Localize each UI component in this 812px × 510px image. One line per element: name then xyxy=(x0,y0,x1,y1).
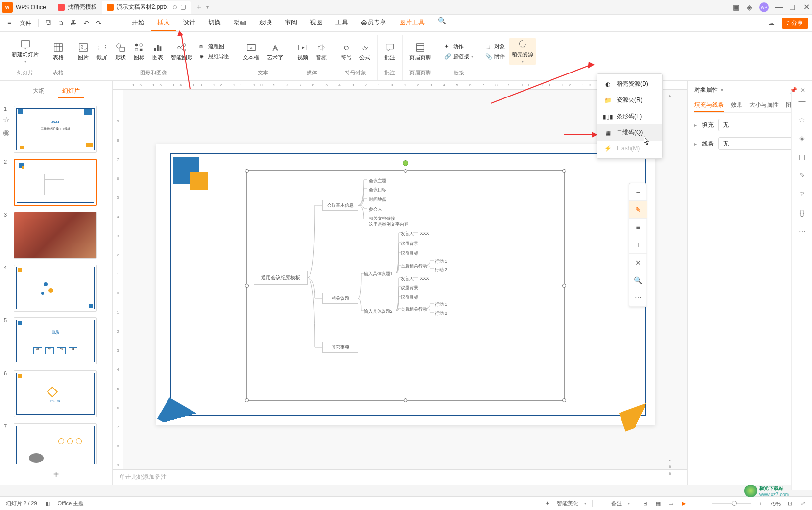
fit-icon[interactable]: ⊡ xyxy=(787,500,793,507)
equation-button[interactable]: √x公式 xyxy=(357,41,373,62)
icons-button[interactable]: 图标 xyxy=(131,41,147,62)
picture-button[interactable]: 图片 xyxy=(75,41,92,62)
textbox-button[interactable]: A文本框 xyxy=(240,41,262,62)
tab-slideshow[interactable]: 放映 xyxy=(253,15,278,31)
resize-handle[interactable] xyxy=(562,169,566,173)
float-layers[interactable]: ≡ xyxy=(629,219,647,236)
notes-label[interactable]: 备注 xyxy=(611,500,622,507)
resize-handle[interactable] xyxy=(245,169,249,173)
rotation-handle[interactable] xyxy=(403,160,408,166)
symbol-button[interactable]: Ω符号 xyxy=(338,41,355,62)
resize-handle[interactable] xyxy=(404,398,407,402)
slide-thumb-5[interactable]: 5目录01020304 xyxy=(4,317,108,364)
wordart-button[interactable]: A艺术字 xyxy=(264,41,286,62)
slide-thumb-7[interactable]: 7 xyxy=(4,423,108,464)
tab-menu-icon[interactable] xyxy=(181,5,186,10)
scroll-down-icon[interactable]: ▾ xyxy=(667,457,673,463)
tab-picture-tools[interactable]: 图片工具 xyxy=(393,15,430,31)
tab-tools[interactable]: 工具 xyxy=(330,15,354,31)
smartart-button[interactable]: 智能图形 xyxy=(168,41,195,62)
zoom-value[interactable]: 79% xyxy=(770,501,781,507)
zoom-out-icon[interactable]: − xyxy=(699,500,706,507)
table-button[interactable]: 表格 xyxy=(50,41,67,62)
next-slide-icon[interactable]: ≚ xyxy=(667,471,673,477)
fill-line-tab[interactable]: 填充与线条 xyxy=(694,99,724,112)
float-edit[interactable]: ✎ xyxy=(629,201,647,219)
video-button[interactable]: 视频 xyxy=(294,41,311,62)
new-tab-button[interactable]: + xyxy=(194,2,204,12)
tab-review[interactable]: 审阅 xyxy=(279,15,303,31)
resize-handle[interactable] xyxy=(562,284,566,288)
prev-slide-icon[interactable]: ≛ xyxy=(667,464,673,470)
minimize-button[interactable]: — xyxy=(775,3,783,11)
comment-button[interactable]: 批注 xyxy=(382,41,398,62)
slide-thumb-1[interactable]: 12023工作总结汇报PPT模板 xyxy=(4,106,108,153)
float-search[interactable]: 🔍 xyxy=(629,271,647,289)
float-magic[interactable]: ✕ xyxy=(629,254,647,271)
redo-icon[interactable]: ↷ xyxy=(94,18,104,28)
tool-shape-icon[interactable]: ◈ xyxy=(797,133,807,143)
screenshot-button[interactable]: 截屏 xyxy=(94,41,110,62)
beautify-icon[interactable]: ✦ xyxy=(544,500,551,507)
notes-bar[interactable]: 单击此处添加备注 xyxy=(113,469,687,485)
float-minus[interactable]: − xyxy=(629,183,647,201)
scroll-up-icon[interactable]: ▴ xyxy=(667,92,673,98)
slides-list[interactable]: 12023工作总结汇报PPT模板 2 3 4 5目录01020304 6PART… xyxy=(0,102,112,464)
object-button[interactable]: ⬚对象 xyxy=(483,42,507,51)
slide-thumb-4[interactable]: 4 xyxy=(4,265,108,312)
dropdown-folder[interactable]: 📁 资源夹(R) xyxy=(597,92,662,108)
tool-template-icon[interactable]: ▤ xyxy=(797,152,807,162)
expand-icon[interactable]: ⤢ xyxy=(799,500,806,507)
chart-button[interactable]: 图表 xyxy=(149,41,166,62)
resize-handle[interactable] xyxy=(245,284,249,288)
save-icon[interactable]: 🖫 xyxy=(43,18,53,28)
hamburger-icon[interactable]: ≡ xyxy=(4,18,15,28)
file-menu[interactable]: 文件 xyxy=(17,19,34,27)
resize-handle[interactable] xyxy=(404,169,407,173)
search-icon[interactable]: 🔍 xyxy=(436,15,447,26)
slide-thumb-6[interactable]: 6PART 01 xyxy=(4,370,108,417)
tab-insert[interactable]: 插入 xyxy=(151,15,176,31)
attachment-button[interactable]: 📎附件 xyxy=(483,52,507,61)
tab-home[interactable]: 开始 xyxy=(126,15,150,31)
share-button[interactable]: ⤴ 分享 xyxy=(782,18,808,29)
cube-icon[interactable]: ◈ xyxy=(745,3,753,11)
cloud-icon[interactable]: ☁ xyxy=(766,18,777,28)
print-icon[interactable]: 🖶 xyxy=(68,18,79,28)
outline-tab[interactable]: 大纲 xyxy=(29,85,48,98)
zoom-in-icon[interactable]: + xyxy=(757,500,764,507)
tool-more-icon[interactable]: ⋯ xyxy=(797,226,807,236)
tab-view[interactable]: 视图 xyxy=(304,15,329,31)
tool-star-icon[interactable]: ☆ xyxy=(797,115,807,124)
dropdown-resource[interactable]: ◐ 稻壳资源(D) xyxy=(597,76,662,92)
tab-dropdown-icon[interactable]: ▾ xyxy=(206,4,209,10)
new-icon[interactable]: 🗎 xyxy=(55,18,66,28)
flowchart-button[interactable]: ⧈流程图 xyxy=(197,42,232,51)
tab-animation[interactable]: 动画 xyxy=(228,15,252,31)
tab-transition[interactable]: 切换 xyxy=(202,15,227,31)
user-avatar[interactable]: WP xyxy=(759,2,769,12)
new-slide-button[interactable]: 新建幻灯片 ▾ xyxy=(9,38,42,65)
view-normal-icon[interactable]: ⊞ xyxy=(642,500,649,507)
size-tab[interactable]: 大小与属性 xyxy=(749,99,779,112)
mindmap-button[interactable]: ⊕思维导图 xyxy=(197,52,232,61)
tab-design[interactable]: 设计 xyxy=(177,15,201,31)
tab-member[interactable]: 会员专享 xyxy=(355,15,392,31)
view-reading-icon[interactable]: ▭ xyxy=(668,500,674,507)
audio-mark-icon[interactable]: ◉ xyxy=(3,128,11,136)
slide-thumb-2[interactable]: 2 xyxy=(4,159,108,206)
add-slide-button[interactable]: + xyxy=(0,464,112,485)
tool-bracket-icon[interactable]: {} xyxy=(797,208,807,218)
dropdown-qrcode[interactable]: ▦ 二维码(Q) xyxy=(597,124,662,141)
close-button[interactable]: ✕ xyxy=(802,3,810,11)
resize-handle[interactable] xyxy=(245,398,249,402)
view-sorter-icon[interactable]: ▦ xyxy=(655,500,662,507)
tool-help-icon[interactable]: ? xyxy=(797,189,807,199)
tab-document[interactable]: 演示文稿素材2.pptx xyxy=(102,1,191,14)
hyperlink-button[interactable]: 🔗超链接 ▾ xyxy=(442,52,475,61)
effect-tab[interactable]: 效果 xyxy=(731,99,742,112)
tool-edit-icon[interactable]: ✎ xyxy=(797,170,807,180)
resize-handle[interactable] xyxy=(562,398,566,402)
reading-mode-icon[interactable]: ▣ xyxy=(732,3,740,11)
audio-button[interactable]: 音频 xyxy=(313,41,330,62)
